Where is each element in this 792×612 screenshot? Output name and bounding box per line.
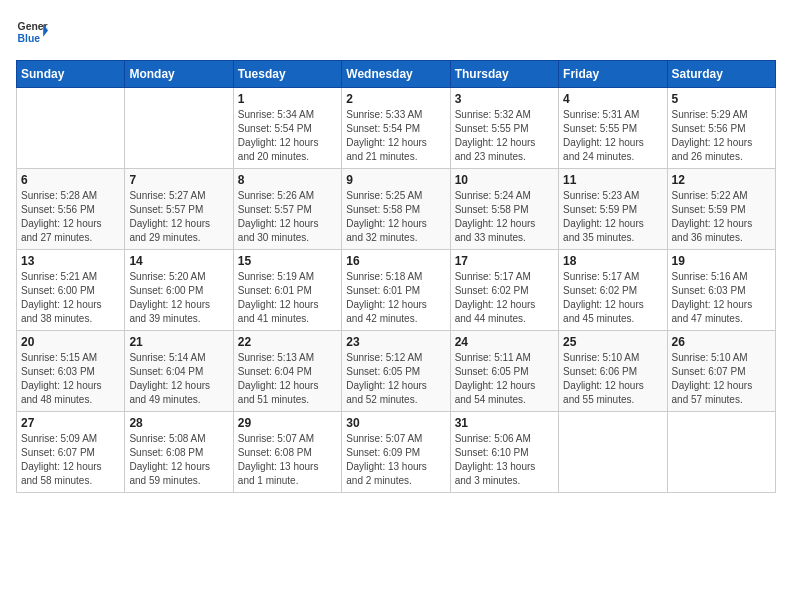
- day-info: Sunrise: 5:10 AMSunset: 6:07 PMDaylight:…: [672, 351, 771, 407]
- day-number: 24: [455, 335, 554, 349]
- weekday-header: Wednesday: [342, 61, 450, 88]
- calendar-cell: 2Sunrise: 5:33 AMSunset: 5:54 PMDaylight…: [342, 88, 450, 169]
- calendar-cell: 4Sunrise: 5:31 AMSunset: 5:55 PMDaylight…: [559, 88, 667, 169]
- calendar-cell: 14Sunrise: 5:20 AMSunset: 6:00 PMDayligh…: [125, 250, 233, 331]
- calendar-week-row: 1Sunrise: 5:34 AMSunset: 5:54 PMDaylight…: [17, 88, 776, 169]
- day-info: Sunrise: 5:27 AMSunset: 5:57 PMDaylight:…: [129, 189, 228, 245]
- calendar-cell: 29Sunrise: 5:07 AMSunset: 6:08 PMDayligh…: [233, 412, 341, 493]
- day-info: Sunrise: 5:19 AMSunset: 6:01 PMDaylight:…: [238, 270, 337, 326]
- calendar-cell: 13Sunrise: 5:21 AMSunset: 6:00 PMDayligh…: [17, 250, 125, 331]
- day-number: 18: [563, 254, 662, 268]
- calendar-week-row: 20Sunrise: 5:15 AMSunset: 6:03 PMDayligh…: [17, 331, 776, 412]
- day-number: 3: [455, 92, 554, 106]
- logo-icon: General Blue: [16, 16, 48, 48]
- day-info: Sunrise: 5:33 AMSunset: 5:54 PMDaylight:…: [346, 108, 445, 164]
- day-info: Sunrise: 5:14 AMSunset: 6:04 PMDaylight:…: [129, 351, 228, 407]
- calendar-cell: [17, 88, 125, 169]
- day-info: Sunrise: 5:32 AMSunset: 5:55 PMDaylight:…: [455, 108, 554, 164]
- calendar-cell: 28Sunrise: 5:08 AMSunset: 6:08 PMDayligh…: [125, 412, 233, 493]
- calendar-week-row: 27Sunrise: 5:09 AMSunset: 6:07 PMDayligh…: [17, 412, 776, 493]
- day-info: Sunrise: 5:07 AMSunset: 6:09 PMDaylight:…: [346, 432, 445, 488]
- day-number: 22: [238, 335, 337, 349]
- day-number: 10: [455, 173, 554, 187]
- weekday-header: Friday: [559, 61, 667, 88]
- calendar-cell: 21Sunrise: 5:14 AMSunset: 6:04 PMDayligh…: [125, 331, 233, 412]
- calendar-cell: 24Sunrise: 5:11 AMSunset: 6:05 PMDayligh…: [450, 331, 558, 412]
- day-number: 14: [129, 254, 228, 268]
- day-number: 1: [238, 92, 337, 106]
- calendar-cell: 18Sunrise: 5:17 AMSunset: 6:02 PMDayligh…: [559, 250, 667, 331]
- weekday-header: Tuesday: [233, 61, 341, 88]
- day-number: 27: [21, 416, 120, 430]
- calendar-cell: 8Sunrise: 5:26 AMSunset: 5:57 PMDaylight…: [233, 169, 341, 250]
- calendar-week-row: 6Sunrise: 5:28 AMSunset: 5:56 PMDaylight…: [17, 169, 776, 250]
- day-number: 31: [455, 416, 554, 430]
- calendar-cell: 25Sunrise: 5:10 AMSunset: 6:06 PMDayligh…: [559, 331, 667, 412]
- calendar-cell: 12Sunrise: 5:22 AMSunset: 5:59 PMDayligh…: [667, 169, 775, 250]
- calendar-cell: 26Sunrise: 5:10 AMSunset: 6:07 PMDayligh…: [667, 331, 775, 412]
- day-number: 30: [346, 416, 445, 430]
- calendar-cell: 27Sunrise: 5:09 AMSunset: 6:07 PMDayligh…: [17, 412, 125, 493]
- day-info: Sunrise: 5:17 AMSunset: 6:02 PMDaylight:…: [455, 270, 554, 326]
- calendar-cell: 23Sunrise: 5:12 AMSunset: 6:05 PMDayligh…: [342, 331, 450, 412]
- day-number: 11: [563, 173, 662, 187]
- calendar-cell: 6Sunrise: 5:28 AMSunset: 5:56 PMDaylight…: [17, 169, 125, 250]
- day-number: 8: [238, 173, 337, 187]
- calendar-cell: 7Sunrise: 5:27 AMSunset: 5:57 PMDaylight…: [125, 169, 233, 250]
- calendar-header: SundayMondayTuesdayWednesdayThursdayFrid…: [17, 61, 776, 88]
- day-info: Sunrise: 5:06 AMSunset: 6:10 PMDaylight:…: [455, 432, 554, 488]
- day-number: 5: [672, 92, 771, 106]
- calendar-cell: 30Sunrise: 5:07 AMSunset: 6:09 PMDayligh…: [342, 412, 450, 493]
- day-info: Sunrise: 5:10 AMSunset: 6:06 PMDaylight:…: [563, 351, 662, 407]
- calendar-cell: [667, 412, 775, 493]
- calendar-cell: 11Sunrise: 5:23 AMSunset: 5:59 PMDayligh…: [559, 169, 667, 250]
- calendar-week-row: 13Sunrise: 5:21 AMSunset: 6:00 PMDayligh…: [17, 250, 776, 331]
- day-number: 17: [455, 254, 554, 268]
- day-info: Sunrise: 5:22 AMSunset: 5:59 PMDaylight:…: [672, 189, 771, 245]
- day-number: 23: [346, 335, 445, 349]
- day-info: Sunrise: 5:23 AMSunset: 5:59 PMDaylight:…: [563, 189, 662, 245]
- day-number: 6: [21, 173, 120, 187]
- day-number: 16: [346, 254, 445, 268]
- day-info: Sunrise: 5:34 AMSunset: 5:54 PMDaylight:…: [238, 108, 337, 164]
- calendar-table: SundayMondayTuesdayWednesdayThursdayFrid…: [16, 60, 776, 493]
- day-info: Sunrise: 5:31 AMSunset: 5:55 PMDaylight:…: [563, 108, 662, 164]
- calendar-cell: 15Sunrise: 5:19 AMSunset: 6:01 PMDayligh…: [233, 250, 341, 331]
- day-number: 4: [563, 92, 662, 106]
- day-info: Sunrise: 5:28 AMSunset: 5:56 PMDaylight:…: [21, 189, 120, 245]
- day-number: 19: [672, 254, 771, 268]
- day-info: Sunrise: 5:17 AMSunset: 6:02 PMDaylight:…: [563, 270, 662, 326]
- day-info: Sunrise: 5:16 AMSunset: 6:03 PMDaylight:…: [672, 270, 771, 326]
- day-info: Sunrise: 5:09 AMSunset: 6:07 PMDaylight:…: [21, 432, 120, 488]
- calendar-cell: 9Sunrise: 5:25 AMSunset: 5:58 PMDaylight…: [342, 169, 450, 250]
- logo: General Blue: [16, 16, 48, 48]
- calendar-cell: [559, 412, 667, 493]
- calendar-cell: 20Sunrise: 5:15 AMSunset: 6:03 PMDayligh…: [17, 331, 125, 412]
- day-number: 25: [563, 335, 662, 349]
- day-info: Sunrise: 5:24 AMSunset: 5:58 PMDaylight:…: [455, 189, 554, 245]
- day-number: 21: [129, 335, 228, 349]
- day-info: Sunrise: 5:18 AMSunset: 6:01 PMDaylight:…: [346, 270, 445, 326]
- day-info: Sunrise: 5:12 AMSunset: 6:05 PMDaylight:…: [346, 351, 445, 407]
- day-info: Sunrise: 5:13 AMSunset: 6:04 PMDaylight:…: [238, 351, 337, 407]
- day-info: Sunrise: 5:07 AMSunset: 6:08 PMDaylight:…: [238, 432, 337, 488]
- day-number: 29: [238, 416, 337, 430]
- day-number: 13: [21, 254, 120, 268]
- calendar-cell: 31Sunrise: 5:06 AMSunset: 6:10 PMDayligh…: [450, 412, 558, 493]
- day-number: 26: [672, 335, 771, 349]
- day-info: Sunrise: 5:29 AMSunset: 5:56 PMDaylight:…: [672, 108, 771, 164]
- calendar-cell: 22Sunrise: 5:13 AMSunset: 6:04 PMDayligh…: [233, 331, 341, 412]
- calendar-cell: 3Sunrise: 5:32 AMSunset: 5:55 PMDaylight…: [450, 88, 558, 169]
- weekday-header: Sunday: [17, 61, 125, 88]
- weekday-header: Thursday: [450, 61, 558, 88]
- calendar-cell: 5Sunrise: 5:29 AMSunset: 5:56 PMDaylight…: [667, 88, 775, 169]
- day-number: 28: [129, 416, 228, 430]
- calendar-cell: 1Sunrise: 5:34 AMSunset: 5:54 PMDaylight…: [233, 88, 341, 169]
- weekday-header: Saturday: [667, 61, 775, 88]
- day-number: 20: [21, 335, 120, 349]
- calendar-cell: 19Sunrise: 5:16 AMSunset: 6:03 PMDayligh…: [667, 250, 775, 331]
- day-info: Sunrise: 5:26 AMSunset: 5:57 PMDaylight:…: [238, 189, 337, 245]
- day-info: Sunrise: 5:11 AMSunset: 6:05 PMDaylight:…: [455, 351, 554, 407]
- weekday-header: Monday: [125, 61, 233, 88]
- calendar-cell: 16Sunrise: 5:18 AMSunset: 6:01 PMDayligh…: [342, 250, 450, 331]
